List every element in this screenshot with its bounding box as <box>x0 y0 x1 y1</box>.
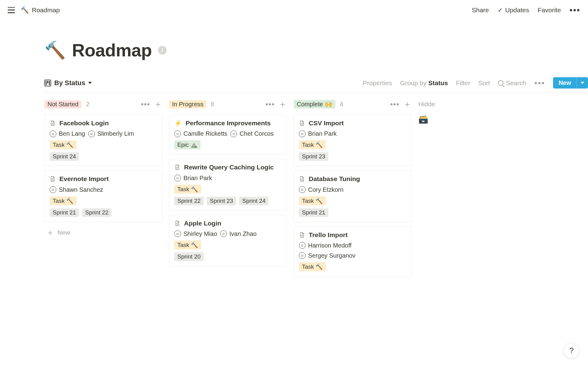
filter-button[interactable]: Filter <box>456 79 470 87</box>
sprint-chip: Sprint 22 <box>82 208 111 217</box>
breadcrumb-text: Roadmap <box>32 6 60 14</box>
assignee-list: ☺ Shawn Sanchez <box>50 186 157 193</box>
page: 🔨 Roadmap i By Status Properties Group b… <box>0 20 588 281</box>
sprint-chip: Sprint 21 <box>50 208 79 217</box>
sprint-chip: Sprint 23 <box>207 197 236 205</box>
sprint-chip: Sprint 21 <box>299 208 328 217</box>
column-count: 8 <box>211 100 214 108</box>
favorite-button[interactable]: Favorite <box>538 6 561 14</box>
board-card[interactable]: CSV Import ☺ Brian Park Task 🔨 Sprint 23 <box>294 115 412 166</box>
board-card[interactable]: Facebook Login ☺ Ben Lang ☺ Slimberly Li… <box>44 115 162 166</box>
assignee-name: Camille Ricketts <box>183 130 227 137</box>
groupby-value: Status <box>428 79 448 86</box>
board-card[interactable]: ⚡ Performance Improvements ☺ Camille Ric… <box>169 115 287 154</box>
new-button-dropdown[interactable] <box>577 77 588 89</box>
sprint-chips: Sprint 22Sprint 23Sprint 24 <box>174 197 282 205</box>
column-title[interactable]: Complete 🙌 <box>294 100 335 108</box>
board-card[interactable]: Trello Import ☺ Harrison Medoff ☺ Sergey… <box>294 226 412 276</box>
avatar: ☺ <box>50 186 56 193</box>
share-button[interactable]: Share <box>472 6 489 14</box>
info-icon[interactable]: i <box>158 46 167 55</box>
assignee: ☺ Harrison Medoff <box>299 242 352 249</box>
board-icon <box>44 80 51 86</box>
board-column: Complete 🙌 4 ••• ＋ CSV Import ☺ Brian Pa… <box>294 99 412 281</box>
card-title-row: CSV Import <box>299 119 406 127</box>
column-header: Not Started 2 ••• ＋ <box>44 99 162 109</box>
chevron-down-icon <box>88 82 92 84</box>
inbox-icon[interactable]: 🗃️ <box>418 115 428 124</box>
type-chip-row: Task 🔨 <box>299 196 406 205</box>
card-title: Evernote Import <box>59 175 109 183</box>
new-button-main[interactable]: New <box>553 77 577 89</box>
assignee: ☺ Shawn Sanchez <box>50 186 103 193</box>
card-title: Trello Import <box>309 231 348 239</box>
sort-button[interactable]: Sort <box>478 79 490 87</box>
avatar: ☺ <box>174 175 181 181</box>
add-card-label: New <box>57 229 70 236</box>
page-icon <box>174 164 180 171</box>
breadcrumb[interactable]: 🔨 Roadmap <box>21 6 60 14</box>
sprint-chip: Sprint 24 <box>50 152 79 161</box>
column-title[interactable]: Not Started <box>44 100 81 108</box>
type-chip: Task 🔨 <box>299 262 326 271</box>
type-chip-row: Epic ⛰️ <box>174 140 282 149</box>
card-title-row: ⚡ Performance Improvements <box>174 119 282 127</box>
search-button[interactable]: Search <box>498 79 526 87</box>
board: Not Started 2 ••• ＋ Facebook Login ☺ Ben… <box>44 99 588 281</box>
assignee-name: Slimberly Lim <box>97 130 134 137</box>
board-card[interactable]: Rewrite Query Caching Logic ☺ Brian Park… <box>169 159 287 210</box>
sprint-chip: Sprint 24 <box>239 197 269 205</box>
view-toolbar: By Status Properties Group by Status Fil… <box>44 77 588 93</box>
sprint-chips: Sprint 21Sprint 22 <box>50 208 157 217</box>
page-icon <box>174 220 180 227</box>
type-chip: Task 🔨 <box>299 140 326 149</box>
updates-button[interactable]: ✓ Updates <box>498 6 529 14</box>
avatar: ☺ <box>299 186 306 193</box>
column-title[interactable]: In Progress <box>169 100 206 108</box>
bolt-icon: ⚡ <box>174 119 182 127</box>
page-icon <box>299 232 305 238</box>
card-title-row: Database Tuning <box>299 175 406 183</box>
assignee-name: Ben Lang <box>59 130 85 137</box>
type-chip: Task 🔨 <box>50 140 77 149</box>
type-chip-row: Task 🔨 <box>174 185 282 194</box>
type-chip-row: Task 🔨 <box>50 196 157 205</box>
board-column: In Progress 8 ••• ＋ ⚡ Performance Improv… <box>169 99 287 271</box>
card-title: Rewrite Query Caching Logic <box>184 163 274 171</box>
sprint-chips: Sprint 21 <box>299 208 406 217</box>
card-title-row: Rewrite Query Caching Logic <box>174 163 282 171</box>
assignee-list: ☺ Brian Park <box>174 175 282 182</box>
check-icon: ✓ <box>498 6 503 14</box>
card-title-row: Apple Login <box>174 219 282 227</box>
board-card[interactable]: Evernote Import ☺ Shawn Sanchez Task 🔨 S… <box>44 170 162 222</box>
properties-button[interactable]: Properties <box>363 79 392 87</box>
avatar: ☺ <box>174 131 181 137</box>
avatar: ☺ <box>299 131 306 137</box>
sprint-chips: Sprint 24 <box>50 152 157 161</box>
help-button[interactable]: ? <box>564 342 579 358</box>
topbar-left: 🔨 Roadmap <box>8 6 60 14</box>
type-chip: Task 🔨 <box>299 196 326 205</box>
hidden-column: Hidde 🗃️ <box>418 99 437 124</box>
toolbar-right: Properties Group by Status Filter Sort S… <box>363 77 588 89</box>
board-card[interactable]: Apple Login ☺ Shirley Miao ☺ Ivan Zhao T… <box>169 215 287 266</box>
assignee: ☺ Chet Corcos <box>230 130 273 137</box>
assignee-name: Shawn Sanchez <box>59 186 103 193</box>
assignee: ☺ Ben Lang <box>50 130 85 137</box>
avatar: ☺ <box>174 230 181 237</box>
new-button[interactable]: New <box>553 77 588 89</box>
menu-icon[interactable] <box>8 7 15 13</box>
page-title[interactable]: Roadmap <box>72 40 152 60</box>
page-icon <box>50 176 56 182</box>
page-icon[interactable]: 🔨 <box>44 40 66 60</box>
view-selector[interactable]: By Status <box>44 79 92 87</box>
hidden-label[interactable]: Hidde <box>418 100 435 108</box>
type-chip: Task 🔨 <box>174 240 201 249</box>
board-card[interactable]: Database Tuning ☺ Cory Etzkorn Task 🔨 Sp… <box>294 170 412 222</box>
add-card-button[interactable]: ＋New <box>44 226 162 239</box>
groupby-button[interactable]: Group by Status <box>400 79 448 87</box>
card-title-row: Trello Import <box>299 231 406 239</box>
avatar: ☺ <box>50 131 56 137</box>
assignee-name: Shirley Miao <box>183 230 217 237</box>
topbar-right: Share ✓ Updates Favorite ••• <box>472 6 580 14</box>
